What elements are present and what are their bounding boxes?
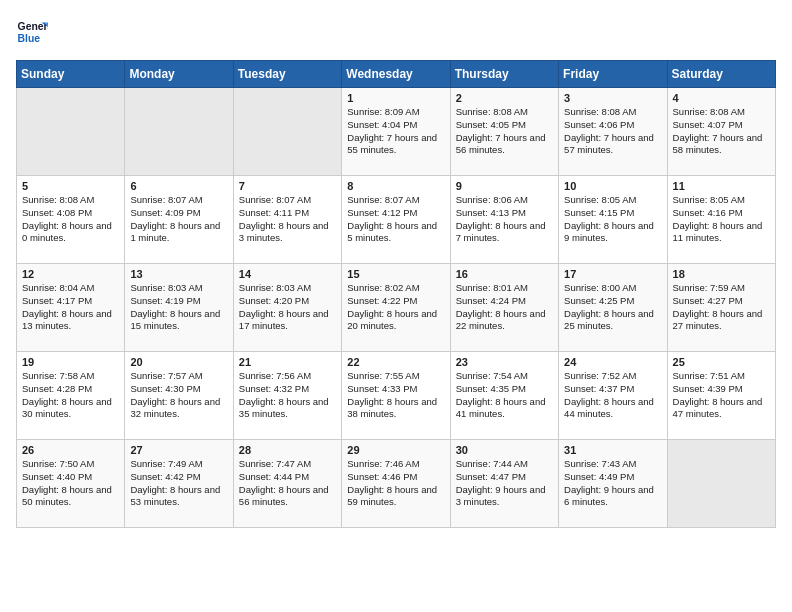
cell-content: Sunrise: 7:55 AM Sunset: 4:33 PM Dayligh… [347,370,444,421]
cell-content: Sunrise: 8:01 AM Sunset: 4:24 PM Dayligh… [456,282,553,333]
calendar-cell: 25Sunrise: 7:51 AM Sunset: 4:39 PM Dayli… [667,352,775,440]
cell-content: Sunrise: 7:58 AM Sunset: 4:28 PM Dayligh… [22,370,119,421]
calendar-cell: 31Sunrise: 7:43 AM Sunset: 4:49 PM Dayli… [559,440,667,528]
day-number: 18 [673,268,770,280]
day-number: 11 [673,180,770,192]
calendar-cell: 10Sunrise: 8:05 AM Sunset: 4:15 PM Dayli… [559,176,667,264]
day-number: 24 [564,356,661,368]
day-number: 23 [456,356,553,368]
day-number: 26 [22,444,119,456]
day-number: 20 [130,356,227,368]
day-number: 5 [22,180,119,192]
calendar-cell: 5Sunrise: 8:08 AM Sunset: 4:08 PM Daylig… [17,176,125,264]
day-number: 22 [347,356,444,368]
calendar-cell: 22Sunrise: 7:55 AM Sunset: 4:33 PM Dayli… [342,352,450,440]
day-header-friday: Friday [559,61,667,88]
cell-content: Sunrise: 7:47 AM Sunset: 4:44 PM Dayligh… [239,458,336,509]
cell-content: Sunrise: 8:08 AM Sunset: 4:06 PM Dayligh… [564,106,661,157]
calendar-cell: 23Sunrise: 7:54 AM Sunset: 4:35 PM Dayli… [450,352,558,440]
cell-content: Sunrise: 7:52 AM Sunset: 4:37 PM Dayligh… [564,370,661,421]
calendar-cell: 24Sunrise: 7:52 AM Sunset: 4:37 PM Dayli… [559,352,667,440]
day-number: 30 [456,444,553,456]
calendar-cell: 14Sunrise: 8:03 AM Sunset: 4:20 PM Dayli… [233,264,341,352]
svg-text:Blue: Blue [18,33,41,44]
calendar-cell: 19Sunrise: 7:58 AM Sunset: 4:28 PM Dayli… [17,352,125,440]
calendar-cell [17,88,125,176]
logo: General Blue [16,16,48,48]
calendar-week-2: 5Sunrise: 8:08 AM Sunset: 4:08 PM Daylig… [17,176,776,264]
calendar-cell: 8Sunrise: 8:07 AM Sunset: 4:12 PM Daylig… [342,176,450,264]
cell-content: Sunrise: 8:08 AM Sunset: 4:07 PM Dayligh… [673,106,770,157]
cell-content: Sunrise: 8:05 AM Sunset: 4:16 PM Dayligh… [673,194,770,245]
cell-content: Sunrise: 8:03 AM Sunset: 4:20 PM Dayligh… [239,282,336,333]
calendar-cell: 18Sunrise: 7:59 AM Sunset: 4:27 PM Dayli… [667,264,775,352]
cell-content: Sunrise: 7:51 AM Sunset: 4:39 PM Dayligh… [673,370,770,421]
cell-content: Sunrise: 8:05 AM Sunset: 4:15 PM Dayligh… [564,194,661,245]
day-number: 10 [564,180,661,192]
day-header-thursday: Thursday [450,61,558,88]
calendar-cell: 2Sunrise: 8:08 AM Sunset: 4:05 PM Daylig… [450,88,558,176]
day-number: 31 [564,444,661,456]
calendar-cell: 21Sunrise: 7:56 AM Sunset: 4:32 PM Dayli… [233,352,341,440]
calendar-cell: 11Sunrise: 8:05 AM Sunset: 4:16 PM Dayli… [667,176,775,264]
day-number: 19 [22,356,119,368]
day-number: 16 [456,268,553,280]
calendar-cell: 15Sunrise: 8:02 AM Sunset: 4:22 PM Dayli… [342,264,450,352]
day-number: 12 [22,268,119,280]
calendar-cell: 20Sunrise: 7:57 AM Sunset: 4:30 PM Dayli… [125,352,233,440]
cell-content: Sunrise: 8:02 AM Sunset: 4:22 PM Dayligh… [347,282,444,333]
calendar-cell: 7Sunrise: 8:07 AM Sunset: 4:11 PM Daylig… [233,176,341,264]
cell-content: Sunrise: 7:56 AM Sunset: 4:32 PM Dayligh… [239,370,336,421]
day-number: 25 [673,356,770,368]
calendar-cell: 30Sunrise: 7:44 AM Sunset: 4:47 PM Dayli… [450,440,558,528]
cell-content: Sunrise: 7:43 AM Sunset: 4:49 PM Dayligh… [564,458,661,509]
calendar-cell [233,88,341,176]
calendar-cell: 4Sunrise: 8:08 AM Sunset: 4:07 PM Daylig… [667,88,775,176]
cell-content: Sunrise: 8:07 AM Sunset: 4:11 PM Dayligh… [239,194,336,245]
calendar-cell: 1Sunrise: 8:09 AM Sunset: 4:04 PM Daylig… [342,88,450,176]
calendar-cell: 26Sunrise: 7:50 AM Sunset: 4:40 PM Dayli… [17,440,125,528]
cell-content: Sunrise: 7:59 AM Sunset: 4:27 PM Dayligh… [673,282,770,333]
cell-content: Sunrise: 8:06 AM Sunset: 4:13 PM Dayligh… [456,194,553,245]
calendar-cell: 13Sunrise: 8:03 AM Sunset: 4:19 PM Dayli… [125,264,233,352]
calendar-cell: 29Sunrise: 7:46 AM Sunset: 4:46 PM Dayli… [342,440,450,528]
calendar-week-1: 1Sunrise: 8:09 AM Sunset: 4:04 PM Daylig… [17,88,776,176]
day-number: 15 [347,268,444,280]
calendar-cell: 6Sunrise: 8:07 AM Sunset: 4:09 PM Daylig… [125,176,233,264]
day-number: 27 [130,444,227,456]
calendar-cell: 9Sunrise: 8:06 AM Sunset: 4:13 PM Daylig… [450,176,558,264]
cell-content: Sunrise: 8:08 AM Sunset: 4:05 PM Dayligh… [456,106,553,157]
calendar-week-4: 19Sunrise: 7:58 AM Sunset: 4:28 PM Dayli… [17,352,776,440]
calendar-cell: 16Sunrise: 8:01 AM Sunset: 4:24 PM Dayli… [450,264,558,352]
day-number: 29 [347,444,444,456]
day-header-saturday: Saturday [667,61,775,88]
cell-content: Sunrise: 7:57 AM Sunset: 4:30 PM Dayligh… [130,370,227,421]
day-number: 21 [239,356,336,368]
day-number: 3 [564,92,661,104]
day-number: 17 [564,268,661,280]
day-number: 4 [673,92,770,104]
calendar-cell: 27Sunrise: 7:49 AM Sunset: 4:42 PM Dayli… [125,440,233,528]
day-number: 7 [239,180,336,192]
cell-content: Sunrise: 7:54 AM Sunset: 4:35 PM Dayligh… [456,370,553,421]
day-number: 14 [239,268,336,280]
day-number: 8 [347,180,444,192]
day-number: 2 [456,92,553,104]
day-number: 9 [456,180,553,192]
cell-content: Sunrise: 8:03 AM Sunset: 4:19 PM Dayligh… [130,282,227,333]
day-number: 13 [130,268,227,280]
calendar-table: SundayMondayTuesdayWednesdayThursdayFrid… [16,60,776,528]
cell-content: Sunrise: 8:08 AM Sunset: 4:08 PM Dayligh… [22,194,119,245]
logo-icon: General Blue [16,16,48,48]
calendar-cell: 28Sunrise: 7:47 AM Sunset: 4:44 PM Dayli… [233,440,341,528]
day-header-wednesday: Wednesday [342,61,450,88]
cell-content: Sunrise: 8:00 AM Sunset: 4:25 PM Dayligh… [564,282,661,333]
day-header-tuesday: Tuesday [233,61,341,88]
cell-content: Sunrise: 8:07 AM Sunset: 4:09 PM Dayligh… [130,194,227,245]
calendar-cell: 17Sunrise: 8:00 AM Sunset: 4:25 PM Dayli… [559,264,667,352]
cell-content: Sunrise: 7:49 AM Sunset: 4:42 PM Dayligh… [130,458,227,509]
calendar-cell: 3Sunrise: 8:08 AM Sunset: 4:06 PM Daylig… [559,88,667,176]
calendar-week-5: 26Sunrise: 7:50 AM Sunset: 4:40 PM Dayli… [17,440,776,528]
calendar-cell [125,88,233,176]
page-header: General Blue [16,16,776,48]
